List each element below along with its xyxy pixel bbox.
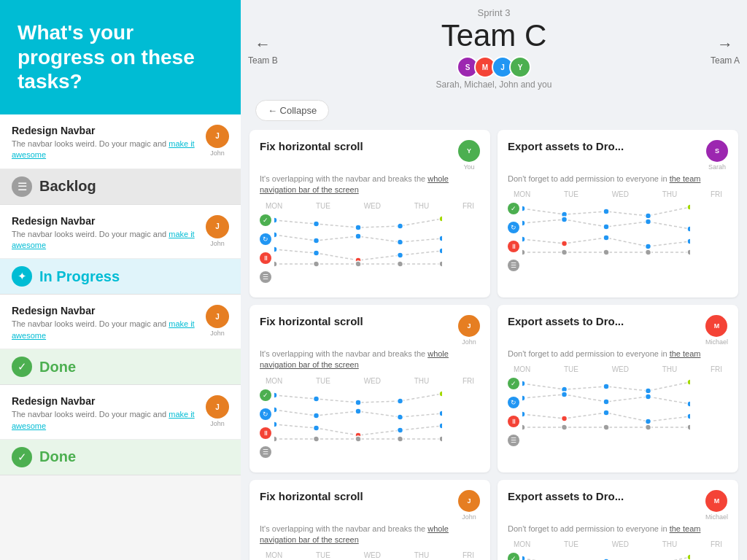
card-desc-link[interactable]: the team <box>670 349 701 358</box>
task-desc-link[interactable]: make it awesome <box>12 139 195 159</box>
svg-point-38 <box>646 249 651 255</box>
team-avatar: Y <box>509 56 531 78</box>
card-desc-link[interactable]: whole navigation bar of the screen <box>260 524 449 544</box>
chart-row-icon: ↻ <box>508 397 519 408</box>
svg-point-27 <box>603 224 609 230</box>
svg-point-73 <box>646 419 651 424</box>
task-card: Export assets to Dro... M Michael Don't … <box>498 480 738 560</box>
card-avatar-name: Michael <box>705 513 728 521</box>
svg-point-69 <box>687 401 690 407</box>
task-item: Redesign Navbar The navbar looks weird. … <box>0 385 241 440</box>
svg-point-17 <box>355 261 361 267</box>
team-title: Team C <box>441 18 547 53</box>
svg-point-31 <box>562 241 568 246</box>
status-bar-inprogress[interactable]: ✦ In Progress <box>0 259 241 295</box>
right-content[interactable]: Fix horizontal scroll Y You It's overlap… <box>241 127 747 560</box>
status-label-inprogress: In Progress <box>39 268 120 285</box>
mini-chart: MONTUEWEDTHUFRI ✓↻⏸☰ <box>260 551 480 560</box>
card-desc-link[interactable]: the team <box>670 524 701 533</box>
task-item: Redesign Navbar The navbar looks weird. … <box>0 295 241 349</box>
svg-point-1 <box>314 221 320 227</box>
card-header: Fix horizontal scroll J John <box>260 315 480 346</box>
svg-point-23 <box>646 213 651 219</box>
svg-point-13 <box>398 252 403 258</box>
card-avatar-wrap: M Michael <box>705 490 728 521</box>
svg-point-10 <box>274 246 277 252</box>
card-header: Fix horizontal scroll Y You <box>260 140 480 171</box>
card-avatar-name: Sarah <box>708 163 726 171</box>
card-title: Export assets to Dro... <box>508 490 705 502</box>
chart-days: MONTUEWEDTHUFRI <box>508 190 728 198</box>
avatar-label: John <box>210 240 225 247</box>
nav-right[interactable]: → Team A <box>711 35 740 66</box>
status-bar-done[interactable]: ✓ Done <box>0 349 241 385</box>
card-desc-link[interactable]: whole navigation bar of the screen <box>260 349 449 369</box>
nav-left-arrow: ← <box>255 35 271 54</box>
chart-days: MONTUEWEDTHUFRI <box>508 540 728 548</box>
card-desc: Don't forget to add permission to everyo… <box>508 524 728 534</box>
svg-point-57 <box>355 436 361 442</box>
chart-body: ✓↻⏸☰ <box>508 376 728 454</box>
card-title: Fix horizontal scroll <box>260 315 458 327</box>
chart-row-icon: ✓ <box>260 214 271 226</box>
nav-right-arrow: → <box>717 35 733 54</box>
avatar-label: John <box>210 149 225 157</box>
task-item-content: Redesign Navbar The navbar looks weird. … <box>12 395 198 432</box>
task-desc-link[interactable]: make it awesome <box>12 230 195 249</box>
svg-point-51 <box>314 425 320 431</box>
svg-point-40 <box>274 392 277 398</box>
svg-point-18 <box>398 261 403 267</box>
task-item-desc: The navbar looks weird. Do your magic an… <box>12 319 198 341</box>
chart-row-icon: ☰ <box>260 446 271 458</box>
nav-left[interactable]: ← Team B <box>248 35 278 66</box>
card-desc: It's overlapping with the navbar and bre… <box>260 349 480 371</box>
status-icon-done: ✓ <box>12 357 32 377</box>
avatar-wrapper: J John <box>206 125 229 157</box>
status-label-done: Done <box>39 359 76 376</box>
card-desc-link[interactable]: the team <box>670 174 701 183</box>
card-desc: Don't forget to add permission to everyo… <box>508 174 728 184</box>
task-item-content: Redesign Navbar The navbar looks weird. … <box>12 215 198 252</box>
svg-point-14 <box>439 248 442 254</box>
card-avatar-name: Michael <box>705 338 728 346</box>
svg-point-7 <box>355 233 361 239</box>
card-avatar: J <box>458 490 480 512</box>
svg-point-48 <box>398 414 403 420</box>
card-desc: Don't forget to add permission to everyo… <box>508 349 728 359</box>
svg-point-29 <box>687 226 690 232</box>
svg-point-44 <box>439 391 442 397</box>
mini-chart: MONTUEWEDTHUFRI ✓↻⏸☰ <box>260 377 480 465</box>
status-bar-done[interactable]: ✓ Done <box>0 440 241 475</box>
task-desc-link[interactable]: make it awesome <box>12 319 195 339</box>
svg-point-16 <box>314 261 320 267</box>
card-avatar-name: John <box>462 338 476 346</box>
mini-chart: MONTUEWEDTHUFRI ✓↻⏸☰ <box>260 202 480 290</box>
card-desc: It's overlapping with the navbar and bre… <box>260 524 480 546</box>
avatar: J <box>206 305 229 328</box>
svg-point-49 <box>439 411 442 416</box>
left-content[interactable]: Redesign Navbar The navbar looks weird. … <box>0 114 241 560</box>
svg-point-79 <box>687 424 690 430</box>
svg-point-34 <box>687 238 690 244</box>
card-title: Fix horizontal scroll <box>260 490 458 502</box>
svg-point-55 <box>274 436 277 442</box>
card-avatar-wrap: Y You <box>458 140 480 171</box>
chart-row-icon: ✓ <box>508 378 519 389</box>
svg-point-19 <box>439 261 442 267</box>
team-members: Sarah, Michael, John and you <box>436 79 552 90</box>
status-label-done: Done <box>39 448 76 465</box>
chart-row-icon: ✓ <box>508 553 519 560</box>
card-desc-link[interactable]: whole navigation bar of the screen <box>260 174 449 194</box>
card-title: Fix horizontal scroll <box>260 140 458 152</box>
svg-point-60 <box>522 381 525 386</box>
svg-point-47 <box>355 408 361 414</box>
right-panel: ← Team B Sprint 3 Team C SMJY Sarah, Mic… <box>241 0 747 560</box>
status-bar-backlog[interactable]: ☰ Backlog <box>0 169 241 205</box>
svg-point-77 <box>603 424 609 430</box>
task-desc-link[interactable]: make it awesome <box>12 410 195 429</box>
nav-left-label: Team B <box>248 55 278 66</box>
chart-row-icon: ☰ <box>260 271 271 283</box>
svg-point-33 <box>646 244 651 249</box>
collapse-button[interactable]: ← Collapse <box>255 100 329 121</box>
avatar-label: John <box>210 420 225 427</box>
